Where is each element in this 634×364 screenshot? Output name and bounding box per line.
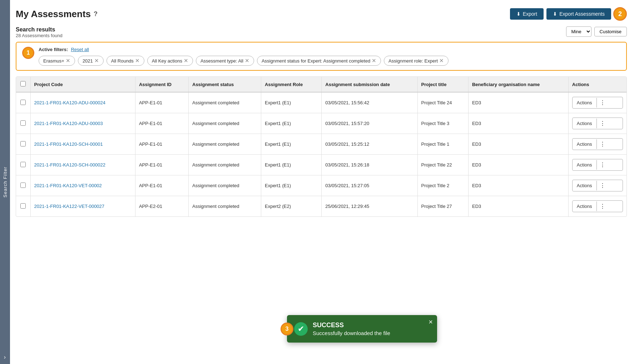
select-all-checkbox[interactable] [20,81,26,86]
row-checkbox[interactable] [20,100,26,105]
col-assignment-status: Assignment status [189,77,261,92]
cell-actions: Actions ⋮ [568,113,626,134]
cell-beneficiary: ED3 [468,134,568,155]
cell-assignment-status: Assignment completed [189,92,261,113]
actions-button[interactable]: Actions ⋮ [572,180,623,191]
results-heading: Search results [16,26,63,33]
filter-tag[interactable]: 2021✕ [78,56,104,66]
cell-project-title: Project Title 3 [417,113,468,134]
header-checkbox-cell [16,77,30,92]
actions-dots-icon[interactable]: ⋮ [597,159,608,170]
actions-button[interactable]: Actions ⋮ [572,118,623,129]
actions-dots-icon[interactable]: ⋮ [597,180,608,191]
cell-assignment-status: Assignment completed [189,196,261,217]
row-checkbox[interactable] [20,183,26,188]
project-code-link[interactable]: 2021-1-FR01-KA120-ADU-000024 [34,100,105,105]
project-code-link[interactable]: 2021-1-FR01-KA120-ADU-00003 [34,121,103,126]
filter-tag-remove[interactable]: ✕ [94,58,99,64]
filter-tag-remove[interactable]: ✕ [245,58,249,64]
cell-project-code: 2021-1-FR01-KA120-SCH-000022 [30,155,135,175]
row-checkbox[interactable] [20,141,26,146]
filter-tag[interactable]: All Rounds✕ [107,56,144,66]
export-assessments-button[interactable]: ⬇ Export Assessments [546,8,611,20]
filter-tag-remove[interactable]: ✕ [66,58,70,64]
export-button[interactable]: ⬇ Export [510,8,544,20]
row-checkbox[interactable] [20,120,26,126]
filter-tag[interactable]: All Key actions✕ [147,56,193,66]
help-icon[interactable]: ? [94,10,98,18]
cell-assignment-role: Expert1 (E1) [261,92,321,113]
filter-tag[interactable]: Erasmus+✕ [39,56,75,66]
project-code-link[interactable]: 2021-1-FR01-KA122-VET-000027 [34,204,105,209]
customise-button[interactable]: Customise [594,27,627,36]
cell-project-code: 2021-1-FR01-KA120-ADU-00003 [30,113,135,134]
table-row: 2021-1-FR01-KA120-SCH-00001 APP-E1-01 As… [16,134,626,155]
cell-beneficiary: ED3 [468,175,568,196]
actions-label[interactable]: Actions [573,139,597,149]
actions-label[interactable]: Actions [573,160,597,170]
actions-dots-icon[interactable]: ⋮ [597,118,608,129]
actions-button[interactable]: Actions ⋮ [572,97,623,109]
filter-tag-text: 2021 [83,58,93,64]
filter-tag-remove[interactable]: ✕ [135,58,140,64]
filter-tag[interactable]: Assessment type: All✕ [196,56,254,66]
actions-button[interactable]: Actions ⋮ [572,159,623,171]
toast: 3 ✔ SUCCESS Successfully downloaded the … [287,315,437,343]
row-checkbox-cell [16,92,30,113]
actions-label[interactable]: Actions [573,201,597,211]
row-checkbox-cell [16,113,30,134]
scope-select[interactable]: Mine [566,26,591,37]
filters-label: Active filters: [39,47,68,52]
actions-button[interactable]: Actions ⋮ [572,200,623,212]
filter-tag-remove[interactable]: ✕ [184,58,188,64]
page-header: My Assessments ? ⬇ Export ⬇ Export Asses… [16,7,627,21]
row-checkbox-cell [16,175,30,196]
filter-tag-remove[interactable]: ✕ [372,58,376,64]
toast-overlay: 3 ✔ SUCCESS Successfully downloaded the … [287,315,437,343]
table-row: 2021-1-FR01-KA122-VET-000027 APP-E2-01 A… [16,196,626,217]
filter-tag-remove[interactable]: ✕ [439,58,444,64]
table-scroll[interactable]: Project Code Assignment ID Assignment st… [16,77,626,216]
cell-beneficiary: ED3 [468,92,568,113]
cell-assignment-id: APP-E1-01 [135,175,188,196]
cell-submission-date: 03/05/2021, 15:25:12 [322,134,417,155]
results-info: Search results 28 Assessments found [16,26,63,38]
actions-dots-icon[interactable]: ⋮ [597,139,608,150]
actions-label[interactable]: Actions [573,119,597,128]
cell-actions: Actions ⋮ [568,196,626,217]
reset-filters-link[interactable]: Reset all [71,47,89,52]
toast-close-button[interactable]: × [429,318,433,326]
project-code-link[interactable]: 2021-1-FR01-KA120-SCH-00001 [34,141,103,147]
actions-dots-icon[interactable]: ⋮ [597,201,608,212]
filter-tag[interactable]: Assignment role: Expert✕ [384,56,449,66]
cell-assignment-role: Expert1 (E1) [261,155,321,175]
assessments-table: Project Code Assignment ID Assignment st… [16,77,626,216]
cell-project-code: 2021-1-FR01-KA120-ADU-000024 [30,92,135,113]
main-content: My Assessments ? ⬇ Export ⬇ Export Asses… [10,0,634,364]
cell-project-title: Project Title 1 [417,134,468,155]
actions-label[interactable]: Actions [573,98,597,108]
col-assignment-id: Assignment ID [135,77,188,92]
step-badge-3: 3 [281,323,293,335]
cell-submission-date: 03/05/2021, 15:56:42 [322,92,417,113]
results-section: Search results 28 Assessments found Mine… [16,26,627,38]
results-count: 28 Assessments found [16,33,63,38]
download-icon: ⬇ [516,11,521,17]
table-row: 2021-1-FR01-KA120-ADU-000024 APP-E1-01 A… [16,92,626,113]
filter-tag[interactable]: Assignment status for Expert: Assignment… [257,56,381,66]
export-assessments-label: Export Assessments [559,11,605,17]
export-label: Export [523,11,537,17]
actions-dots-icon[interactable]: ⋮ [597,97,608,108]
row-checkbox[interactable] [20,203,26,209]
actions-label[interactable]: Actions [573,181,597,190]
cell-submission-date: 25/06/2021, 12:29:45 [322,196,417,217]
filter-tag-text: Assignment status for Expert: Assignment… [262,58,370,64]
cell-assignment-id: APP-E1-01 [135,92,188,113]
project-code-link[interactable]: 2021-1-FR01-KA120-SCH-000022 [34,162,105,168]
project-code-link[interactable]: 2021-1-FR01-KA120-VET-00002 [34,183,102,188]
filter-tag-text: Assessment type: All [200,58,243,64]
row-checkbox[interactable] [20,162,26,167]
actions-button[interactable]: Actions ⋮ [572,138,623,150]
page-title: My Assessments ? [16,9,98,20]
search-filter-tab[interactable]: › Search Filter [0,0,10,364]
